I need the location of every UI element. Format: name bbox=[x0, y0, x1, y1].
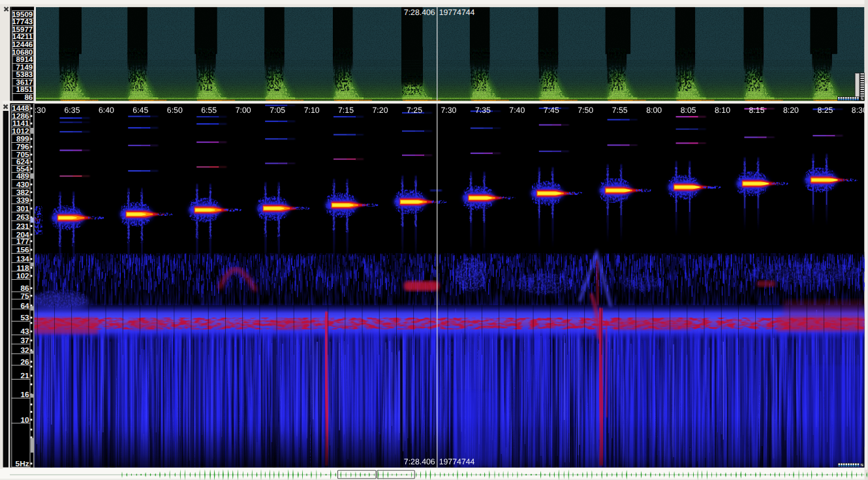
svg-text:7:10: 7:10 bbox=[304, 106, 320, 115]
svg-text:301: 301 bbox=[16, 204, 29, 213]
svg-text:15977: 15977 bbox=[12, 26, 33, 34]
svg-text:43: 43 bbox=[20, 327, 29, 336]
svg-text:64: 64 bbox=[20, 301, 29, 310]
svg-text:134: 134 bbox=[16, 254, 29, 263]
svg-text:7:25: 7:25 bbox=[407, 106, 422, 115]
svg-text:263: 263 bbox=[16, 213, 29, 222]
svg-text:5383: 5383 bbox=[16, 71, 33, 79]
svg-text:19774744: 19774744 bbox=[439, 457, 475, 466]
svg-text:21: 21 bbox=[20, 371, 29, 380]
svg-text:7:00: 7:00 bbox=[236, 106, 251, 115]
svg-text:19774744: 19774744 bbox=[439, 8, 475, 17]
svg-text:7:40: 7:40 bbox=[509, 106, 525, 115]
svg-text:7:55: 7:55 bbox=[612, 106, 628, 115]
svg-text:26: 26 bbox=[20, 357, 29, 367]
svg-text:7:20: 7:20 bbox=[373, 106, 388, 115]
svg-text:7:28.406: 7:28.406 bbox=[404, 8, 435, 17]
svg-text:32: 32 bbox=[20, 346, 29, 355]
svg-text:10: 10 bbox=[20, 415, 29, 425]
svg-text:7:45: 7:45 bbox=[544, 106, 559, 115]
svg-text:17743: 17743 bbox=[12, 18, 33, 26]
svg-text:86: 86 bbox=[24, 94, 33, 102]
svg-text:12446: 12446 bbox=[12, 41, 33, 49]
svg-text:16: 16 bbox=[20, 390, 29, 399]
svg-text:37: 37 bbox=[20, 336, 29, 345]
svg-text:7:28.406: 7:28.406 bbox=[404, 457, 435, 466]
svg-text:177: 177 bbox=[16, 237, 29, 246]
svg-text:231: 231 bbox=[16, 222, 29, 231]
svg-text:75: 75 bbox=[20, 292, 29, 301]
svg-text:8:05: 8:05 bbox=[681, 106, 696, 115]
svg-text:8:25: 8:25 bbox=[817, 106, 833, 115]
svg-text:6:55: 6:55 bbox=[201, 106, 217, 115]
svg-text:3617: 3617 bbox=[16, 79, 33, 87]
svg-text:14211: 14211 bbox=[12, 33, 33, 41]
svg-text:1851: 1851 bbox=[16, 86, 33, 94]
svg-text:7:05: 7:05 bbox=[270, 106, 285, 115]
svg-text:7:15: 7:15 bbox=[338, 106, 354, 115]
svg-text:156: 156 bbox=[16, 245, 29, 254]
svg-text:53: 53 bbox=[20, 313, 29, 322]
svg-text:7:35: 7:35 bbox=[475, 106, 491, 115]
svg-text:8:20: 8:20 bbox=[783, 106, 799, 115]
svg-text:8:10: 8:10 bbox=[715, 106, 730, 115]
svg-text:8914: 8914 bbox=[16, 56, 33, 64]
svg-text:102: 102 bbox=[16, 271, 29, 280]
svg-text:6:35: 6:35 bbox=[65, 106, 80, 115]
svg-text:5Hz: 5Hz bbox=[16, 459, 29, 468]
svg-text:19509: 19509 bbox=[12, 11, 33, 19]
svg-text:6:50: 6:50 bbox=[167, 106, 183, 115]
svg-text:6:45: 6:45 bbox=[132, 106, 148, 115]
svg-text:7149: 7149 bbox=[16, 64, 33, 72]
svg-text:7:30: 7:30 bbox=[441, 106, 456, 115]
svg-text:8:00: 8:00 bbox=[646, 106, 662, 115]
svg-text:7:50: 7:50 bbox=[578, 106, 593, 115]
svg-text:10680: 10680 bbox=[12, 49, 33, 57]
svg-text:6:40: 6:40 bbox=[99, 106, 114, 115]
svg-text:8:15: 8:15 bbox=[749, 106, 765, 115]
